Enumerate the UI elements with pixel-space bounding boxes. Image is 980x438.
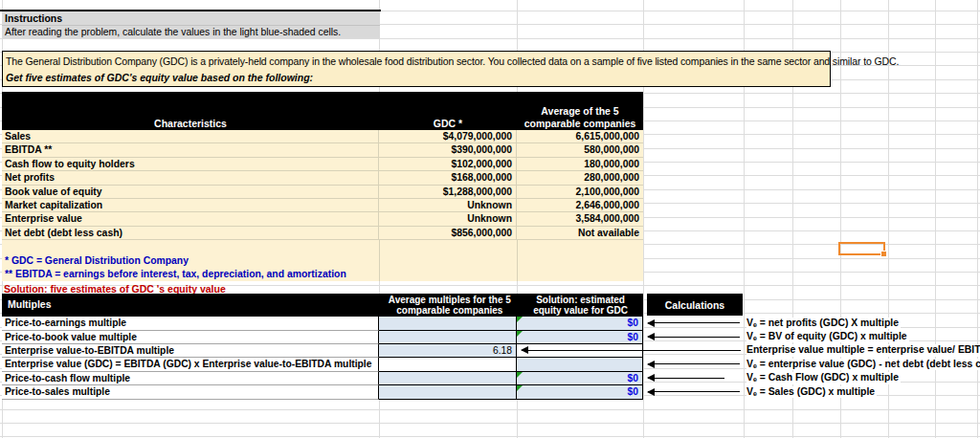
gdc-value-cell[interactable]: $856,000,000 xyxy=(379,227,517,240)
avg-multiple-cell[interactable] xyxy=(379,317,517,330)
avg-value-cell[interactable]: 3,584,000,000 xyxy=(517,212,643,226)
table-row: Cash flow to equity holders$102,000,0001… xyxy=(2,158,643,171)
header-multiples: Multiples xyxy=(2,299,381,310)
header-line: equity value for GDC xyxy=(518,305,643,316)
avg-multiple-cell[interactable] xyxy=(379,372,517,385)
gdc-value-cell[interactable]: $1,288,000,000 xyxy=(379,186,517,199)
fill-handle[interactable] xyxy=(880,251,887,257)
calc-formula: Vₑ = BV of equity (GDC) x multiple xyxy=(746,331,909,343)
header-line: comparable companies xyxy=(517,118,643,130)
characteristics-table-body: Sales$4,079,000,0006,615,000,000EBITDA *… xyxy=(2,130,643,240)
header-line: Average multiples for the 5 xyxy=(381,295,518,305)
gdc-value-cell[interactable]: Unknown xyxy=(379,212,517,226)
table-row: Enterprise valueUnknown3,584,000,000 xyxy=(2,212,643,226)
calc-arrow-left-icon xyxy=(648,363,740,364)
row-label-cell: Cash flow to equity holders xyxy=(2,158,379,171)
footnote-gdc: * GDC = General Distribution Company xyxy=(5,254,189,268)
gdc-value-cell[interactable]: $168,000,000 xyxy=(379,171,517,185)
table-row: Net profits$168,000,000280,000,000 xyxy=(2,171,643,185)
formula-flag-icon xyxy=(517,372,523,378)
calc-formula: Enterprise value multiple = enterprise v… xyxy=(746,344,980,357)
row-label-cell: Net profits xyxy=(2,171,379,185)
multiples-table-header: Multiples Average multiples for the 5 co… xyxy=(2,294,643,316)
avg-value-cell[interactable]: 580,000,000 xyxy=(517,143,643,157)
multiple-label-cell: Enterprise value-to-EBITDA multiple xyxy=(2,344,379,358)
avg-value-cell[interactable]: 280,000,000 xyxy=(517,171,643,185)
header-average-5-companies: Average of the 5 comparable companies xyxy=(517,105,643,130)
solution-value-cell[interactable]: $0 xyxy=(517,372,643,385)
table-row: Enterprise value-to-EBITDA multiple6.18 xyxy=(2,344,643,358)
avg-value-cell[interactable]: 6,615,000,000 xyxy=(517,130,643,143)
solution-value-cell[interactable]: $0 xyxy=(517,317,643,330)
calc-arrow-left-icon xyxy=(648,378,724,379)
solution-value: $0 xyxy=(517,317,642,330)
avg-value-cell[interactable]: 180,000,000 xyxy=(517,158,643,171)
gdc-value-cell[interactable]: $102,000,000 xyxy=(379,158,517,171)
table-row: Sales$4,079,000,0006,615,000,000 xyxy=(2,130,643,143)
calc-arrow-left-icon xyxy=(648,391,740,392)
row-label-cell: Market capitalization xyxy=(2,199,379,212)
avg-multiple-value: 6.18 xyxy=(379,344,516,358)
calc-arrow-left-icon xyxy=(648,337,740,338)
problem-text: The General Distribution Company (GDC) i… xyxy=(3,52,830,68)
instructions-title: Instructions xyxy=(2,11,380,25)
header-average-multiples: Average multiples for the 5 comparable c… xyxy=(381,295,518,316)
gdc-value-cell[interactable]: $4,079,000,000 xyxy=(379,130,517,143)
formula-flag-icon xyxy=(517,317,523,322)
solution-section-label: Solution: five estimates of GDC 's equit… xyxy=(4,283,226,295)
avg-multiple-cell[interactable] xyxy=(379,331,517,344)
instructions-body: After reading the problem, calculate the… xyxy=(2,25,380,38)
row-label-cell: Sales xyxy=(2,130,379,143)
solution-value: $0 xyxy=(517,385,642,399)
footnote-ebitda: ** EBITDA = earnings before interest, ta… xyxy=(5,268,346,281)
table-row: Book value of equity$1,288,000,0002,100,… xyxy=(2,186,643,199)
row-label-cell: Book value of equity xyxy=(2,186,379,199)
multiple-label-cell: Price-to-cash flow multiple xyxy=(2,372,379,385)
avg-value-cell[interactable]: Not available xyxy=(517,227,643,240)
gdc-value-cell[interactable]: $390,000,000 xyxy=(379,143,517,157)
calc-arrow-left-icon xyxy=(522,350,741,351)
table-row: Market capitalizationUnknown2,646,000,00… xyxy=(2,199,643,212)
header-gdc: GDC * xyxy=(379,118,517,131)
header-solution-equity-value: Solution: estimated equity value for GDC xyxy=(518,295,643,316)
solution-value-cell[interactable]: $0 xyxy=(517,331,643,344)
table-row: Price-to-sales multiple$0 xyxy=(2,385,643,399)
selected-cell[interactable] xyxy=(838,242,885,255)
multiple-label-cell: Price-to-sales multiple xyxy=(2,385,379,399)
gridline xyxy=(379,240,380,281)
header-line: Solution: estimated xyxy=(518,295,643,305)
gridline xyxy=(517,240,518,281)
gridline xyxy=(977,0,978,438)
formula-flag-icon xyxy=(517,331,523,337)
table-row: EBITDA **$390,000,000580,000,000 xyxy=(2,143,643,157)
avg-multiple-cell[interactable]: 6.18 xyxy=(379,344,517,358)
header-line: Average of the 5 xyxy=(517,105,643,118)
table-row: Price-to-book value multiple$0 xyxy=(2,331,643,344)
characteristics-table-header: Characteristics GDC * Average of the 5 c… xyxy=(2,92,643,130)
solution-value-cell[interactable]: $0 xyxy=(517,385,643,399)
calc-arrow-left-icon xyxy=(648,322,740,323)
gridline xyxy=(935,0,936,438)
multiple-label-cell: Price-to-earnings multiple xyxy=(2,317,379,330)
cell-top-border xyxy=(0,10,381,11)
spreadsheet: Instructions After reading the problem, … xyxy=(0,0,980,438)
table-row: Price-to-earnings multiple$0 xyxy=(2,317,643,330)
solution-value-cell[interactable] xyxy=(517,344,643,358)
avg-multiple-cell[interactable] xyxy=(379,385,517,399)
avg-value-cell[interactable]: 2,100,000,000 xyxy=(517,186,643,199)
calc-formula: Vₑ = Sales (GDC) x multiple xyxy=(746,386,877,399)
gdc-value-cell[interactable]: Unknown xyxy=(379,199,517,212)
avg-multiple-cell[interactable] xyxy=(379,358,517,371)
table-row: Net debt (debt less cash)$856,000,000Not… xyxy=(2,227,643,240)
multiples-table-body: Price-to-earnings multiple$0Price-to-boo… xyxy=(2,316,643,399)
instructions-block: Instructions After reading the problem, … xyxy=(2,11,380,38)
solution-value: $0 xyxy=(517,331,642,344)
multiple-label-cell: Price-to-book value multiple xyxy=(2,331,379,344)
problem-task-text: Get five estimates of GDC's equity value… xyxy=(3,68,830,84)
calc-formula: Vₑ = net profits (GDC) X multiple xyxy=(746,318,901,330)
avg-value-cell[interactable]: 2,646,000,000 xyxy=(517,199,643,212)
solution-value-cell[interactable] xyxy=(517,358,643,371)
formula-flag-icon xyxy=(517,385,523,391)
header-calculations: Calculations xyxy=(647,294,743,316)
row-label-cell: EBITDA ** xyxy=(2,143,379,157)
